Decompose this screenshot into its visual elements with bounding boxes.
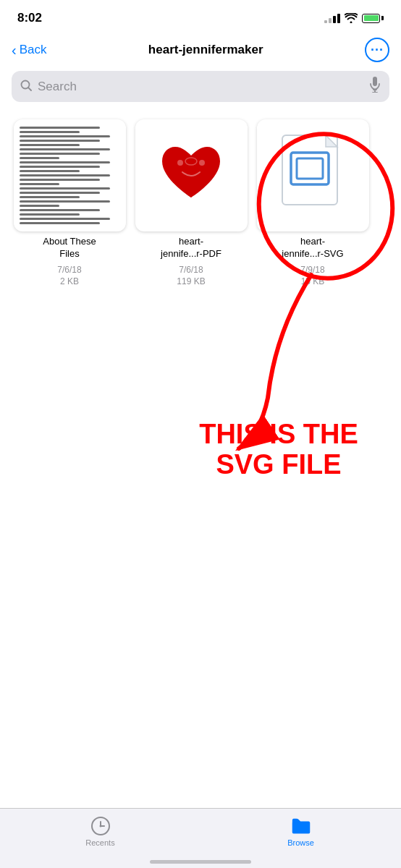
browse-icon: [291, 816, 311, 836]
svg-line-1: [28, 88, 31, 90]
tab-bar: Recents Browse: [0, 808, 401, 868]
file-thumbnail-svg: [257, 119, 369, 231]
files-grid: About TheseFiles 7/6/18 2 KB heart-jenn: [0, 111, 401, 286]
search-bar[interactable]: Search: [12, 71, 389, 102]
file-item-pdf[interactable]: heart-jennife...r-PDF 7/6/18 119 KB: [133, 119, 249, 286]
recents-icon: [90, 816, 111, 836]
file-date-about: 7/6/18: [57, 265, 81, 275]
home-indicator: [150, 860, 251, 864]
search-bar-container: Search: [0, 71, 401, 111]
status-bar: 8:02: [0, 0, 401, 32]
search-icon: [20, 80, 32, 94]
microphone-icon: [369, 77, 381, 96]
file-size-pdf: 119 KB: [177, 276, 205, 286]
file-date-svg: 7/9/18: [300, 265, 324, 275]
back-label: Back: [20, 43, 47, 57]
signal-icon: [324, 14, 340, 23]
battery-icon: [362, 14, 384, 23]
search-placeholder: Search: [38, 80, 363, 94]
file-thumbnail-pdf: [135, 119, 248, 231]
file-name-about: About TheseFiles: [43, 236, 96, 260]
svg-point-17: [99, 825, 101, 827]
file-thumbnail-about: [14, 119, 126, 231]
svg-point-5: [177, 160, 183, 166]
nav-bar: ‹ Back heart-jennifermaker ···: [0, 32, 401, 71]
file-date-pdf: 7/6/18: [179, 265, 203, 275]
file-size-svg: 15 KB: [301, 276, 325, 286]
tab-browse[interactable]: Browse: [200, 809, 401, 854]
svg-rect-2: [373, 77, 377, 86]
tab-recents[interactable]: Recents: [0, 809, 200, 854]
file-item-about[interactable]: About TheseFiles 7/6/18 2 KB: [12, 119, 127, 286]
file-name-pdf: heart-jennife...r-PDF: [161, 236, 221, 260]
browse-label: Browse: [287, 838, 314, 847]
status-icons: [324, 13, 384, 23]
recents-label: Recents: [85, 838, 114, 847]
wifi-icon: [345, 13, 358, 23]
file-item-svg[interactable]: heart-jennife...r-SVG 7/9/18 15 KB: [255, 119, 371, 286]
file-name-svg: heart-jennife...r-SVG: [282, 236, 343, 260]
svg-point-6: [199, 160, 205, 166]
more-icon: ···: [371, 43, 384, 58]
status-time: 8:02: [17, 11, 42, 25]
page-title: heart-jennifermaker: [148, 43, 263, 57]
chevron-left-icon: ‹: [12, 43, 17, 57]
back-button[interactable]: ‹ Back: [12, 43, 46, 57]
empty-space: [0, 286, 401, 518]
more-button[interactable]: ···: [365, 38, 389, 62]
file-size-about: 2 KB: [60, 276, 79, 286]
svg-annotation-label: THIS IS THESVG FILE: [188, 420, 369, 480]
